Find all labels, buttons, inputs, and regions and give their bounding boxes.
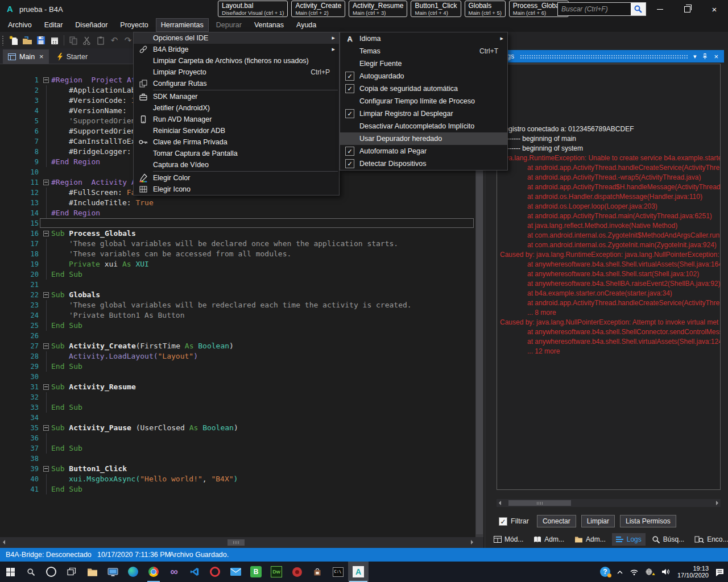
menu-item-clave-de-firma-privada[interactable]: Clave de Firma Privada — [134, 136, 339, 148]
scrollbar-thumb[interactable] — [228, 539, 245, 546]
taskbar-visual-studio[interactable]: ∞ — [164, 562, 184, 582]
titlebar-tab-button1_click[interactable]: Button1_ClickMain (ctrl + 4) — [411, 1, 461, 17]
menubar-item-archivo[interactable]: Archivo — [3, 19, 36, 31]
close-button[interactable]: × — [701, 0, 728, 18]
taskbar-search[interactable] — [20, 562, 41, 582]
menubar-item-proyecto[interactable]: Proyecto — [115, 19, 152, 31]
taskbar-b4a-bridge[interactable]: B — [246, 562, 266, 582]
panel-tab-adm[interactable]: Adm... — [570, 533, 610, 546]
panel-tab-logs[interactable]: Logs — [612, 533, 646, 546]
close-tab-icon[interactable]: × — [39, 52, 44, 61]
titlebar-tab-activity_create[interactable]: Activity_CreateMain (ctrl + 2) — [291, 1, 345, 17]
package-button[interactable] — [48, 34, 61, 47]
menu-item-desactivar-autocompletado-impl-cito[interactable]: Desactivar Autocompletado Implícito — [340, 120, 507, 132]
code-line-18[interactable]: 18'These variables can be accessed from … — [0, 249, 475, 259]
panel-close-icon[interactable]: × — [714, 52, 718, 61]
fold-collapse-icon[interactable] — [43, 425, 49, 431]
code-line-19[interactable]: 19Private xui As XUI — [0, 259, 475, 269]
code-line-21[interactable]: 21 — [0, 280, 475, 290]
menu-item-autoformato-al-pegar[interactable]: ✓Autoformato al Pegar — [340, 145, 507, 157]
code-line-37[interactable]: 37End Sub — [0, 443, 475, 454]
taskbar-red-dial[interactable] — [287, 562, 307, 582]
code-line-26[interactable]: 26 — [0, 331, 475, 341]
titlebar-tab-layout.bal[interactable]: Layout.balDiseñador Visual (ctrl + 1) — [218, 1, 288, 17]
menu-item-idioma[interactable]: AIdioma▶ — [340, 32, 507, 45]
scrollbar-thumb[interactable] — [508, 500, 571, 506]
code-line-34[interactable]: 34 — [0, 413, 475, 423]
save-button[interactable] — [34, 34, 48, 47]
menu-item-jetifier-androidx-[interactable]: Jetifier (AndroidX) — [134, 102, 339, 114]
open-folder-button[interactable] — [20, 34, 34, 47]
menubar-item-ayuda[interactable]: Ayuda — [292, 19, 321, 31]
fold-collapse-icon[interactable] — [43, 292, 49, 298]
panel-dropdown-icon[interactable]: ▾ — [693, 53, 697, 60]
code-line-38[interactable]: 38 — [0, 454, 475, 464]
panel-tab-bsq[interactable]: Búsq... — [648, 533, 688, 546]
fold-collapse-icon[interactable] — [43, 466, 49, 472]
fold-collapse-icon[interactable] — [43, 384, 49, 390]
code-line-40[interactable]: 40xui.MsgboxAsync("Hello world!", "B4X") — [0, 474, 475, 484]
menubar-item-editar[interactable]: Editar — [40, 19, 68, 31]
editor-horizontal-scrollbar[interactable] — [0, 537, 483, 548]
panel-tab-md[interactable]: Mód... — [490, 533, 527, 546]
wifi-icon[interactable] — [630, 568, 639, 576]
toolbar-grip[interactable] — [2, 35, 4, 45]
search-input[interactable] — [558, 3, 631, 15]
code-line-20[interactable]: 20End Sub — [0, 269, 475, 280]
menu-item-autoguardado[interactable]: ✓Autoguardado — [340, 70, 507, 82]
code-line-28[interactable]: 28Activity.LoadLayout("Layout") — [0, 351, 475, 361]
code-line-16[interactable]: 16Sub Process_Globals — [0, 228, 475, 239]
taskbar-dreamweaver[interactable]: Dw — [266, 562, 287, 582]
menu-item-elegir-icono[interactable]: Elegir Icono — [134, 184, 339, 195]
menu-item-limpiar-proyecto[interactable]: Limpiar ProyectoCtrl+P — [134, 66, 339, 78]
menu-item-sdk-manager[interactable]: SDK Manager — [134, 91, 339, 102]
menu-item-opciones-del-ide[interactable]: Opciones del IDE▶ — [134, 32, 339, 44]
code-line-13[interactable]: 13#IncludeTitle: True — [0, 198, 475, 208]
logs-horizontal-scrollbar[interactable] — [497, 499, 721, 507]
panel-drag-grip[interactable] — [520, 54, 688, 59]
code-line-22[interactable]: 22Sub Globals — [0, 290, 475, 300]
menu-item-elegir-color[interactable]: Elegir Color — [134, 172, 339, 184]
menubar-item-ventanas[interactable]: Ventanas — [250, 19, 288, 31]
panel-tab-enco[interactable]: Enco... — [690, 533, 728, 546]
taskbar-opera[interactable] — [205, 562, 225, 582]
taskbar-cortana[interactable] — [41, 562, 61, 582]
fold-collapse-icon[interactable] — [43, 231, 49, 236]
taskbar-edge[interactable] — [123, 562, 143, 582]
limpiar-button[interactable]: Limpiar — [581, 515, 615, 527]
taskbar-store-bag[interactable] — [307, 562, 328, 582]
code-line-39[interactable]: 39Sub Button1_Click — [0, 464, 475, 474]
clock[interactable]: 19:13 17/10/2020 — [677, 565, 709, 579]
filter-checkbox[interactable]: ✓ — [499, 517, 507, 526]
taskbar-b4a[interactable]: A — [348, 562, 369, 582]
menubar-item-herramientas[interactable]: Herramientas — [156, 19, 208, 31]
menu-item-elegir-fuente[interactable]: Elegir Fuente — [340, 57, 507, 70]
doc-tab-starter[interactable]: Starter — [52, 49, 93, 64]
taskbar-windows-logo[interactable] — [0, 562, 20, 582]
code-line-27[interactable]: 27Sub Activity_Create(FirstTime As Boole… — [0, 341, 475, 351]
maximize-button[interactable] — [673, 0, 701, 18]
hidden-icons-chevron-icon[interactable] — [617, 569, 623, 575]
conectar-button[interactable]: Conectar — [537, 515, 576, 527]
action-center-icon[interactable] — [715, 568, 725, 576]
code-line-29[interactable]: 29End Sub — [0, 361, 475, 372]
code-line-30[interactable]: 30 — [0, 372, 475, 382]
code-line-24[interactable]: 24'Private Button1 As Button — [0, 310, 475, 321]
code-line-15[interactable]: 15 — [0, 218, 475, 228]
code-line-36[interactable]: 36 — [0, 433, 475, 443]
minimize-button[interactable] — [646, 0, 673, 18]
menu-item-limpiar-carpeta-de-archivos-ficheros-no-usados-[interactable]: Limpiar Carpeta de Archivos (ficheros no… — [134, 55, 339, 66]
titlebar-tab-activity_resume[interactable]: Activity_ResumeMain (ctrl + 3) — [349, 1, 407, 17]
menubar-item-depurar[interactable]: Depurar — [212, 19, 246, 31]
menu-item-b4a-bridge[interactable]: B4A Bridge▶ — [134, 44, 339, 55]
menu-item-copia-de-seguridad-autom-tica[interactable]: ✓Copia de seguridad automática — [340, 82, 507, 95]
scroll-left-arrow[interactable] — [499, 501, 501, 505]
taskbar-mail[interactable] — [225, 562, 246, 582]
new-file-button[interactable] — [7, 34, 20, 47]
code-line-35[interactable]: 35Sub Activity_Pause (UserClosed As Bool… — [0, 423, 475, 433]
menu-item-tomar-captura-de-pantalla[interactable]: Tomar Captura de Pantalla — [134, 148, 339, 159]
taskbar-task-view[interactable] — [61, 562, 82, 582]
code-line-17[interactable]: 17'These global variables will be declar… — [0, 239, 475, 249]
panel-tab-adm[interactable]: Adm... — [530, 533, 568, 546]
menu-item-reiniciar-servidor-adb[interactable]: Reiniciar Servidor ADB — [134, 125, 339, 136]
